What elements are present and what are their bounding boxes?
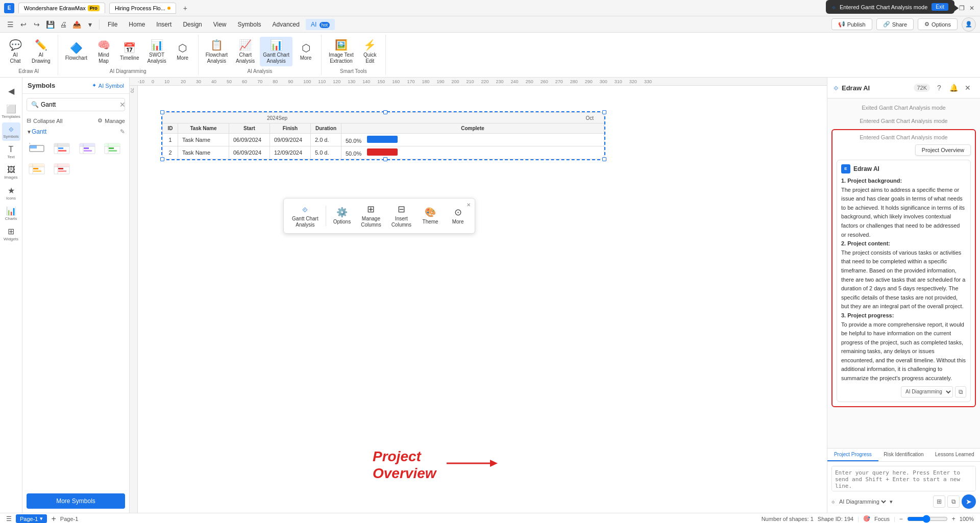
sidebar-toggle-button[interactable]: ☰ <box>6 515 12 522</box>
ai-chat-label: AIChat <box>10 52 20 64</box>
ft-close-button[interactable]: ✕ <box>464 201 473 209</box>
zoom-out-button[interactable]: − <box>899 515 903 522</box>
selection-handle-bl[interactable] <box>160 157 164 161</box>
print-button[interactable]: 🖨 <box>57 18 69 31</box>
more-options-button[interactable]: ▾ <box>84 18 96 31</box>
ft-manage-cols[interactable]: ⊞ ManageColumns <box>357 202 385 230</box>
publish-button[interactable]: 📢 Publish <box>831 18 872 30</box>
ai-symbol-button[interactable]: ✦ AI Symbol <box>92 82 124 89</box>
ai-diagramming-mode-select[interactable]: AI Diagramming <box>837 498 888 505</box>
symbol-item-6[interactable] <box>52 160 72 178</box>
symbol-item-3[interactable] <box>77 139 97 158</box>
undo-button[interactable]: ↩ <box>17 18 30 31</box>
sidebar-images-btn[interactable]: 🖼 Images <box>2 163 20 182</box>
gantt-section-header[interactable]: ▼ Gantt ✎ <box>22 126 129 137</box>
selection-handle-t[interactable] <box>383 110 387 114</box>
restore-button[interactable]: ❐ <box>958 4 966 12</box>
sidebar-symbols-btn[interactable]: ⟐ Symbols <box>2 122 20 141</box>
zoom-in-button[interactable]: + <box>952 515 955 522</box>
symbol-item-2[interactable] <box>52 139 72 158</box>
status-bar-left: ☰ Page-1 ▾ + Page-1 <box>6 514 78 524</box>
ai-copy-button[interactable]: ⧉ <box>955 386 966 397</box>
ribbon-ai-chat[interactable]: 💬 AIChat <box>4 37 27 66</box>
zoom-slider[interactable] <box>907 515 948 523</box>
close-button[interactable]: ✕ <box>968 4 976 12</box>
save-button[interactable]: 💾 <box>44 18 56 31</box>
add-tab-button[interactable]: + <box>180 3 190 13</box>
menu-ai[interactable]: AI hot <box>306 19 335 30</box>
ribbon-mind-map[interactable]: 🧠 MindMap <box>92 37 115 66</box>
ribbon-image-text[interactable]: 🖼️ Image TextExtraction <box>326 37 357 66</box>
canvas-area[interactable]: -100 1020 3040 5060 7080 90100 110120 13… <box>130 78 827 513</box>
row2-task: Task Name <box>178 146 229 159</box>
menu-insert[interactable]: Insert <box>151 19 177 30</box>
ribbon-ai-drawing[interactable]: ✏️ AIDrawing <box>29 37 54 66</box>
ai-panel-help-button[interactable]: ? <box>933 82 945 94</box>
col-duration: Duration <box>311 123 341 134</box>
selection-handle-tl[interactable] <box>160 110 164 114</box>
tab-risk-identification[interactable]: Risk Identification <box>878 449 929 461</box>
export-button[interactable]: 📤 <box>70 18 83 31</box>
ai-input-format-button[interactable]: ⊞ <box>933 495 945 508</box>
ai-query-input[interactable] <box>831 466 976 491</box>
exit-mode-button[interactable]: Exit <box>932 3 948 11</box>
manage-button[interactable]: ⚙ Manage <box>97 117 125 124</box>
symbol-item-5[interactable] <box>27 160 47 178</box>
sidebar-icons-btn[interactable]: ★ Icons <box>2 184 20 202</box>
ribbon-chart-analysis[interactable]: 📈 ChartAnalysis <box>233 37 258 66</box>
tab-hiring[interactable]: Hiring Process Flo... <box>109 3 176 14</box>
search-clear-button[interactable]: ✕ <box>119 101 126 109</box>
page-tab-1[interactable]: Page-1 ▾ <box>16 514 47 523</box>
menu-symbols[interactable]: Symbols <box>233 19 266 30</box>
symbol-item-4[interactable] <box>102 139 122 158</box>
ft-gantt-analysis[interactable]: ⟐ Gantt ChartAnalysis <box>288 202 323 230</box>
tab-project-progress[interactable]: Project Progress <box>827 449 878 461</box>
ft-insert-cols[interactable]: ⊟ InsertColumns <box>387 202 415 230</box>
user-avatar[interactable]: 👤 <box>962 17 976 32</box>
sidebar-collapse-btn[interactable]: ◀ <box>2 82 20 100</box>
ribbon-gantt-analysis[interactable]: 📊 Gantt ChartAnalysis <box>260 37 292 66</box>
symbol-item-1[interactable]: ? <box>27 139 47 158</box>
ribbon-more-diagramming[interactable]: ⬡ More <box>172 40 194 63</box>
collapse-nav-button[interactable]: ☰ <box>4 18 16 31</box>
ai-panel-bell-button[interactable]: 🔔 <box>947 82 960 94</box>
ribbon-quick-edit[interactable]: ⚡ QuickEdit <box>359 37 381 66</box>
ai-input-copy-button[interactable]: ⧉ <box>947 495 960 508</box>
sidebar-widgets-btn[interactable]: ⊞ Widgets <box>2 225 20 243</box>
canvas-content[interactable]: 2024Sep Oct ID Task Name Start Finish Du… <box>138 86 827 513</box>
selection-handle-br[interactable] <box>602 157 606 161</box>
menu-design[interactable]: Design <box>178 19 207 30</box>
project-overview-quick-btn[interactable]: Project Overview <box>915 144 971 156</box>
ai-input-mode-selector[interactable]: ⟐ AI Diagramming ▾ <box>831 498 893 505</box>
collapse-all-button[interactable]: ⊟ Collapse All <box>27 117 62 124</box>
selection-handle-b[interactable] <box>383 157 387 161</box>
sidebar-text-btn[interactable]: T Text <box>2 143 20 161</box>
tab-edrawmax[interactable]: Wondershare EdrawMax Pro <box>18 3 105 13</box>
ai-panel-close-button[interactable]: ✕ <box>962 82 974 94</box>
sidebar-charts-btn[interactable]: 📊 Charts <box>2 204 20 222</box>
menu-home[interactable]: Home <box>124 19 150 30</box>
more-symbols-button[interactable]: More Symbols <box>27 493 125 509</box>
menu-advanced[interactable]: Advanced <box>267 19 305 30</box>
tab-modified-dot <box>167 7 170 10</box>
svg-rect-31 <box>58 168 63 169</box>
ribbon-swot[interactable]: 📊 SWOTAnalysis <box>144 37 169 66</box>
menu-view[interactable]: View <box>208 19 232 30</box>
sidebar-templates-btn[interactable]: ⬜ Templates <box>2 102 20 120</box>
menu-file[interactable]: File <box>103 19 122 30</box>
ribbon-timeline[interactable]: 📅 Timeline <box>117 40 142 63</box>
symbols-search-input[interactable] <box>41 101 117 108</box>
selection-handle-tr[interactable] <box>602 110 606 114</box>
tab-lessons-learned[interactable]: Lessons Learned <box>929 449 980 461</box>
options-button[interactable]: ⚙ Options <box>918 18 958 30</box>
ai-send-button[interactable]: ➤ <box>962 494 976 509</box>
ai-mode-select[interactable]: AI Diagramming <box>901 386 953 397</box>
ribbon-flowchart-analysis[interactable]: 📋 FlowchartAnalysis <box>203 37 231 66</box>
ribbon-flowchart[interactable]: 🔷 Flowchart <box>62 40 90 63</box>
ribbon-more-analysis[interactable]: ⬡ More <box>295 40 317 63</box>
ft-theme[interactable]: 🎨 Theme <box>418 205 443 227</box>
ft-options[interactable]: ⚙️ Options <box>329 205 355 227</box>
add-page-button[interactable]: + <box>51 514 56 524</box>
redo-button[interactable]: ↪ <box>31 18 43 31</box>
share-button[interactable]: 🔗 Share <box>876 18 914 30</box>
